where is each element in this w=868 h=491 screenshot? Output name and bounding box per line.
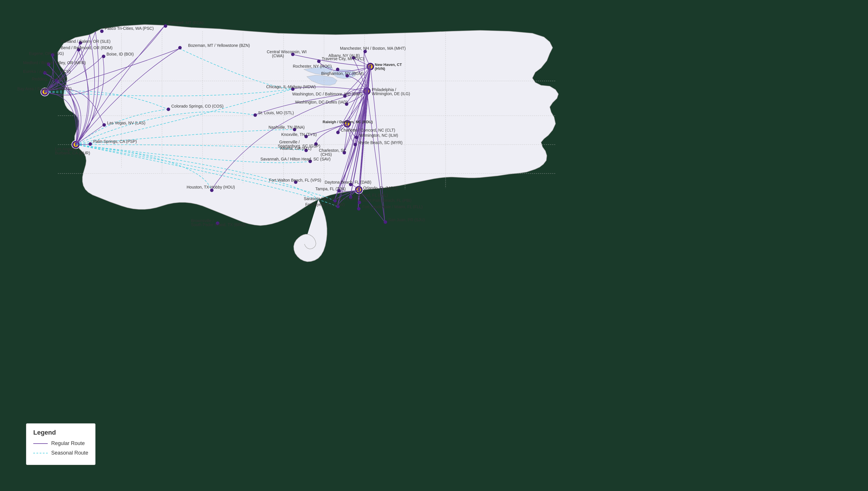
dot-clt bbox=[336, 131, 340, 134]
label-bzn: Bozeman, MT / Yellowstone (BZN) bbox=[188, 43, 250, 48]
label-myr: Myrtle Beach, SC (MYR) bbox=[358, 140, 402, 145]
dot-las bbox=[103, 123, 106, 127]
label-chs2: (CHS) bbox=[320, 152, 332, 157]
label-vps: Fort Walton Beach, FL (VPS) bbox=[269, 178, 321, 182]
dot-psp bbox=[88, 142, 92, 146]
label-srq: Sarasota / Bradenton, FL (SRQ) bbox=[304, 196, 361, 201]
label-acv: Eureka / Arcata, CA (ACV) bbox=[23, 69, 71, 74]
label-rsw: Fort Myers, FL (RSW) bbox=[305, 202, 344, 207]
label-clt: Charlotte / Concord, NC (CLT) bbox=[341, 128, 395, 133]
label-mht: Manchester, NH / Boston, MA (MHT) bbox=[340, 46, 405, 51]
dot-pbi bbox=[358, 201, 361, 204]
dot-ilm bbox=[355, 136, 358, 139]
label-hvn2: (HVN) bbox=[375, 66, 385, 71]
label-psc: Pasco Tri-Cities, WA (PSC) bbox=[105, 26, 153, 31]
dot-bzn bbox=[178, 46, 182, 50]
label-atl: Atlanta, GA (ATL) bbox=[280, 146, 312, 151]
label-bur2: Burbank, CA (BUR) bbox=[55, 151, 90, 155]
label-bgm: Binghamton, NY (BGM) bbox=[321, 71, 364, 76]
label-rdd: Redding, CA (RDD) bbox=[32, 77, 67, 81]
legend-title: Legend bbox=[33, 429, 88, 436]
label-cwa2: (CWA) bbox=[272, 54, 284, 58]
legend-box: Legend Regular Route Seasonal Route bbox=[26, 423, 95, 465]
label-cos: Colorado Springs, CO (COS) bbox=[171, 104, 224, 109]
label-mdw: Chicago, IL-Midway (MDW) bbox=[266, 84, 316, 89]
dot-fll bbox=[357, 207, 361, 210]
dot-psc bbox=[100, 29, 104, 33]
label-bna: Nashville, TN (BNA) bbox=[269, 125, 305, 129]
label-tpa: Tampa, FL (TPA) bbox=[315, 186, 346, 191]
dot-tvc bbox=[317, 60, 320, 63]
legend-seasonal-label: Seasonal Route bbox=[51, 450, 88, 456]
label-tys: Knoxville, TN (TYS) bbox=[281, 132, 317, 137]
dot-fca bbox=[164, 24, 167, 28]
legend-seasonal-route: Seasonal Route bbox=[33, 450, 88, 456]
label-sju: San Juan, PR (SJU) bbox=[388, 218, 425, 222]
label-sts: Bay Area / Sonoma, CA (STS) bbox=[17, 86, 72, 91]
label-rdm: Bend / Redmond, OR (RDM) bbox=[61, 46, 113, 50]
label-pbi: West Palm Beach, FL (PBI) bbox=[362, 198, 412, 203]
dot-sju bbox=[384, 220, 387, 224]
label-alb: Albany, NY (ALB) bbox=[328, 53, 360, 58]
label-sav: Savannah, GA / Hilton Head, SC (SAV) bbox=[260, 157, 331, 161]
map-container: Pasco Tri-Cities, WA (PSC) Kalispell, MT… bbox=[0, 0, 868, 491]
label-ilg2: Wilmington, DE (ILG) bbox=[372, 91, 410, 96]
label-ilm: Wilmington, NC (ILM) bbox=[359, 133, 398, 138]
label-fll: Fort Lauderdale / Miami, FL (FLL) bbox=[362, 204, 423, 209]
label-psp: Palm Springs, CA (PSP) bbox=[93, 139, 137, 144]
label-bro2: South Padre Island, TX (BRO) bbox=[191, 222, 245, 227]
label-hvn: New Haven, CT bbox=[375, 62, 402, 67]
label-eug: Eugene, OR (EUG) bbox=[29, 51, 64, 56]
label-las: Las Vegas, NV (LAS) bbox=[107, 121, 145, 125]
label-stl: St. Louis, MO (STL) bbox=[258, 111, 294, 115]
label-iad: Washington, DC-Dulles (IAD) bbox=[295, 100, 348, 105]
dot-myr bbox=[354, 143, 357, 146]
dot-stl bbox=[253, 113, 257, 117]
dot-boi bbox=[102, 55, 105, 58]
legend-seasonal-line bbox=[33, 453, 48, 454]
label-mfr: Medford / Rogue Valley, OR (MFR) bbox=[23, 60, 86, 65]
dot-roc bbox=[336, 68, 339, 71]
dot-cos bbox=[167, 108, 170, 111]
legend-regular-line bbox=[33, 443, 48, 444]
label-bwi: Washington, DC / Baltimore, MD (BWI) bbox=[292, 92, 362, 96]
label-dab: Daytona Beach, FL (DAB) bbox=[325, 180, 371, 184]
legend-regular-route: Regular Route bbox=[33, 440, 88, 446]
label-sle: Portland / Salem, OR (SLE) bbox=[61, 39, 111, 44]
legend-regular-label: Regular Route bbox=[51, 440, 85, 446]
label-roc: Rochester, NY (ROC) bbox=[293, 64, 332, 68]
label-mco: Orlando, FL (MCO) bbox=[363, 186, 397, 190]
label-rdu: Raleigh / Durham, NC (RDU) bbox=[323, 120, 373, 124]
label-hou: Houston, TX-Hobby (HOU) bbox=[187, 185, 235, 190]
label-boi: Boise, ID (BOI) bbox=[107, 52, 134, 56]
route-map: Pasco Tri-Cities, WA (PSC) Kalispell, MT… bbox=[0, 0, 868, 491]
label-fca: Kalispell, MT (FCA) bbox=[168, 21, 203, 25]
